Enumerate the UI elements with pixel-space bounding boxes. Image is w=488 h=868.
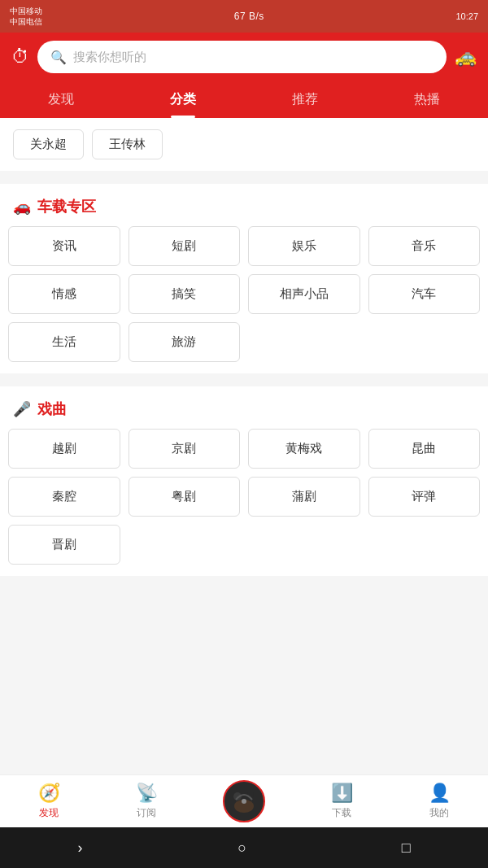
car-item-1[interactable]: 短剧 [129, 226, 241, 266]
download-icon: ⬇️ [331, 783, 353, 804]
car-item-4[interactable]: 情感 [8, 274, 120, 314]
car-section: 🚗 车载专区 资讯 短剧 娱乐 音乐 情感 搞笑 相声小品 汽车 生活 旅游 [0, 184, 488, 373]
opera-item-0[interactable]: 越剧 [8, 429, 120, 469]
recents-button[interactable]: □ [402, 840, 411, 857]
car-item-9[interactable]: 旅游 [129, 322, 241, 362]
back-button[interactable]: › [77, 840, 82, 857]
opera-item-5[interactable]: 粤剧 [129, 477, 241, 517]
car-mode-icon[interactable]: 🚕 [455, 46, 477, 68]
tab-hot[interactable]: 热播 [366, 81, 488, 118]
clock-icon: ⏱ [11, 46, 29, 68]
car-item-2[interactable]: 娱乐 [248, 226, 360, 266]
opera-item-4[interactable]: 秦腔 [8, 477, 120, 517]
opera-section-icon: 🎤 [13, 400, 31, 418]
car-item-7[interactable]: 汽车 [368, 274, 481, 314]
subscribe-label: 订阅 [137, 806, 156, 820]
download-label: 下载 [332, 806, 351, 820]
car-item-6[interactable]: 相声小品 [248, 274, 360, 314]
bottom-nav: 🧭 发现 📡 订阅 ⬇️ 下载 👤 我的 [0, 774, 488, 827]
opera-item-3[interactable]: 昆曲 [368, 429, 481, 469]
car-section-header: 🚗 车载专区 [0, 184, 488, 226]
tab-discover[interactable]: 发现 [0, 81, 122, 118]
svg-point-4 [242, 799, 246, 804]
tab-recommend[interactable]: 推荐 [244, 81, 366, 118]
search-placeholder: 搜索你想听的 [73, 50, 146, 65]
car-section-icon: 🚗 [13, 198, 31, 216]
subscribe-icon: 📡 [136, 783, 158, 804]
car-item-3[interactable]: 音乐 [368, 226, 481, 266]
time-display: 10:27 [455, 11, 478, 21]
network-speed: 67 B/s [234, 11, 264, 22]
opera-section: 🎤 戏曲 越剧 京剧 黄梅戏 昆曲 秦腔 粤剧 蒲剧 评弹 晋剧 [0, 386, 488, 576]
car-item-0[interactable]: 资讯 [8, 226, 120, 266]
mine-label: 我的 [429, 806, 449, 820]
car-grid: 资讯 短剧 娱乐 音乐 情感 搞笑 相声小品 汽车 生活 旅游 [0, 226, 488, 373]
nav-download[interactable]: ⬇️ 下载 [293, 778, 390, 825]
search-bar[interactable]: 🔍 搜索你想听的 [37, 41, 447, 73]
opera-section-title: 戏曲 [37, 399, 67, 419]
discover-icon: 🧭 [38, 783, 60, 804]
home-button[interactable]: ○ [237, 840, 246, 857]
tab-category[interactable]: 分类 [122, 81, 244, 118]
status-bar: 中国移动 中国电信 67 B/s 10:27 [0, 0, 488, 33]
nav-discover[interactable]: 🧭 发现 [0, 778, 98, 825]
opera-item-7[interactable]: 评弹 [368, 477, 481, 517]
car-item-5[interactable]: 搞笑 [129, 274, 241, 314]
content-area: 关永超 王传林 🚗 车载专区 资讯 短剧 娱乐 音乐 情感 搞笑 相声小品 汽车… [0, 118, 488, 584]
opera-item-8[interactable]: 晋剧 [8, 525, 120, 565]
opera-item-1[interactable]: 京剧 [129, 429, 241, 469]
app-header: ⏱ 🔍 搜索你想听的 🚕 [0, 33, 488, 81]
nav-subscribe[interactable]: 📡 订阅 [98, 778, 195, 825]
artist-btn-1[interactable]: 王传林 [92, 129, 163, 159]
carrier-info: 中国移动 中国电信 [10, 6, 42, 27]
discover-label: 发现 [39, 806, 59, 820]
artist-btn-0[interactable]: 关永超 [13, 129, 84, 159]
artist-row: 关永超 王传林 [0, 118, 488, 171]
opera-section-header: 🎤 戏曲 [0, 386, 488, 429]
car-section-title: 车载专区 [37, 197, 96, 216]
mine-icon: 👤 [429, 783, 451, 804]
search-icon: 🔍 [50, 50, 67, 65]
player-avatar [223, 780, 265, 822]
car-item-8[interactable]: 生活 [8, 322, 120, 362]
nav-mine[interactable]: 👤 我的 [390, 778, 488, 825]
opera-item-2[interactable]: 黄梅戏 [248, 429, 360, 469]
opera-item-6[interactable]: 蒲剧 [248, 477, 360, 517]
opera-grid: 越剧 京剧 黄梅戏 昆曲 秦腔 粤剧 蒲剧 评弹 晋剧 [0, 429, 488, 576]
nav-tabs: 发现 分类 推荐 热播 [0, 81, 488, 118]
nav-player[interactable] [195, 780, 293, 822]
android-navbar: › ○ □ [0, 827, 488, 868]
